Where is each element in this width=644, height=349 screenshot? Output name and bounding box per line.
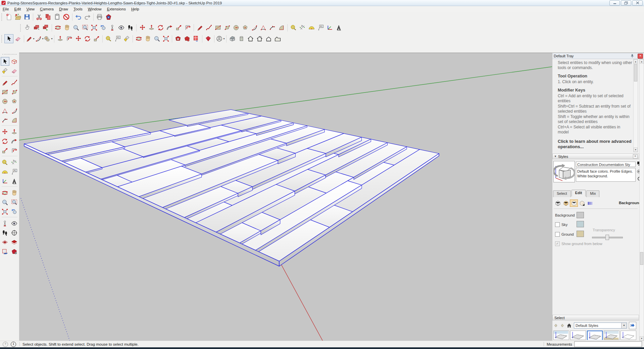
face-style-button[interactable]: [562, 199, 570, 207]
show-ground-checkbox[interactable]: ✓: [555, 241, 560, 246]
select-pane-header[interactable]: Select: [552, 315, 639, 321]
3d-warehouse-button[interactable]: [174, 34, 183, 43]
scroll-up-icon[interactable]: ▲: [634, 59, 638, 64]
rotate-button[interactable]: [83, 34, 92, 43]
make-component-button[interactable]: [10, 57, 19, 66]
style-thumbnail-4[interactable]: [604, 331, 620, 340]
select-button[interactable]: [1, 57, 9, 66]
section-fill-button[interactable]: [1, 247, 9, 256]
style-thumbnail-1[interactable]: [553, 331, 569, 340]
details-button[interactable]: [629, 322, 636, 329]
tray-close-button[interactable]: ✕: [638, 54, 643, 59]
menu-tools[interactable]: Tools: [71, 7, 85, 11]
section-plane-button[interactable]: [10, 228, 19, 237]
scrollbar-thumb[interactable]: [640, 252, 643, 265]
sky-checkbox[interactable]: [555, 222, 560, 227]
cut-button[interactable]: [35, 12, 44, 21]
line-button[interactable]: [1, 78, 9, 87]
rotate-button[interactable]: [156, 23, 165, 32]
zoom-extents-button[interactable]: [161, 34, 170, 43]
sky-color-swatch[interactable]: [577, 221, 584, 227]
pie-button[interactable]: [10, 116, 19, 124]
toolbar-grip[interactable]: [1, 35, 3, 43]
rotate-button[interactable]: [1, 137, 9, 146]
style-thumbnail-3[interactable]: [587, 331, 603, 340]
back-view-button[interactable]: [264, 34, 273, 43]
rectangle-button[interactable]: [1, 88, 9, 96]
circle-tool-button[interactable]: [232, 23, 241, 32]
menu-extensions[interactable]: Extensions: [104, 7, 129, 11]
styles-close-button[interactable]: ✕: [633, 154, 638, 159]
instructor-scrollbar[interactable]: ▲ ▼: [633, 59, 638, 152]
3d-text-button[interactable]: [334, 23, 343, 32]
scrollbar-thumb[interactable]: [634, 64, 637, 81]
dropdown-arrow-icon[interactable]: ▾: [51, 37, 52, 40]
eraser-pink-button[interactable]: [10, 66, 19, 75]
arc-button[interactable]: [10, 106, 19, 115]
section-outline-button[interactable]: [10, 247, 19, 256]
toolbar-grip[interactable]: [1, 13, 3, 21]
account-button[interactable]: ▾: [216, 34, 225, 43]
walk-button[interactable]: [126, 23, 135, 32]
edge-style-button[interactable]: [554, 199, 562, 207]
dropdown-arrow-icon[interactable]: ▾: [42, 37, 43, 40]
tray-scrollbar[interactable]: ▲ ▼: [639, 59, 644, 341]
undo-button[interactable]: [74, 12, 83, 21]
dimension-button[interactable]: 3: [10, 158, 19, 167]
model-canvas[interactable]: [19, 53, 552, 341]
tape-measure-button[interactable]: [1, 158, 9, 167]
modeling-style-button[interactable]: [586, 199, 594, 207]
scale-button[interactable]: [174, 23, 183, 32]
menu-camera[interactable]: Camera: [37, 7, 56, 11]
menu-file[interactable]: File: [0, 7, 12, 11]
protractor-button[interactable]: [307, 23, 316, 32]
orbit-button[interactable]: [53, 23, 62, 32]
transparency-slider-thumb[interactable]: [605, 235, 609, 240]
toolbar-grip[interactable]: [2, 54, 17, 55]
move-button[interactable]: [1, 127, 9, 136]
top-view-button[interactable]: [255, 34, 264, 43]
arc-button[interactable]: ▾: [35, 34, 44, 43]
nav-back-button[interactable]: [552, 323, 559, 329]
tape-measure-button[interactable]: [104, 34, 113, 43]
redo-button[interactable]: [83, 12, 92, 21]
line-button[interactable]: ▾: [26, 34, 35, 43]
paste-button[interactable]: [53, 12, 62, 21]
style-thumbnail-2[interactable]: [570, 331, 586, 340]
zoom-window-button[interactable]: [81, 23, 90, 32]
look-around-button[interactable]: [117, 23, 126, 32]
menu-view[interactable]: View: [23, 7, 37, 11]
geolocation-icon[interactable]: ?: [3, 342, 8, 347]
arc-button[interactable]: [250, 23, 259, 32]
collapse-triangle-icon[interactable]: ▼: [554, 155, 557, 158]
push-pull-button[interactable]: [10, 127, 19, 136]
tab-edit[interactable]: Edit: [572, 190, 586, 196]
stack-tool-button[interactable]: [32, 23, 41, 32]
rotated-rectangle-button[interactable]: [10, 88, 19, 96]
scroll-down-icon[interactable]: ▼: [634, 148, 638, 152]
front-view-button[interactable]: [246, 34, 255, 43]
zoom-button[interactable]: [71, 23, 81, 32]
ground-checkbox[interactable]: [555, 232, 560, 237]
nav-forward-button[interactable]: [559, 323, 566, 329]
three-point-arc-button[interactable]: [268, 23, 277, 32]
zoom-previous-button[interactable]: [99, 23, 108, 32]
eraser-pink-button[interactable]: [13, 34, 22, 43]
close-button[interactable]: [632, 0, 643, 6]
zoom-button[interactable]: [1, 198, 9, 207]
side-view-button[interactable]: [273, 34, 282, 43]
dropdown-arrow-icon[interactable]: ▼: [621, 323, 627, 328]
line-button[interactable]: [195, 23, 204, 32]
paint-bucket-button[interactable]: [122, 34, 131, 43]
text-button[interactable]: A1: [113, 34, 122, 43]
look-around-button[interactable]: [10, 219, 19, 228]
section-cut-button[interactable]: [10, 238, 19, 246]
position-camera-button[interactable]: [108, 23, 117, 32]
3d-text-button[interactable]: [10, 177, 19, 185]
measurements-input[interactable]: [574, 341, 642, 347]
menu-help[interactable]: Help: [129, 7, 142, 11]
copy-button[interactable]: [44, 12, 53, 21]
menu-draw[interactable]: Draw: [56, 7, 71, 11]
dropdown-arrow-icon[interactable]: ▾: [223, 37, 225, 40]
circle-tool-button[interactable]: [1, 97, 9, 106]
